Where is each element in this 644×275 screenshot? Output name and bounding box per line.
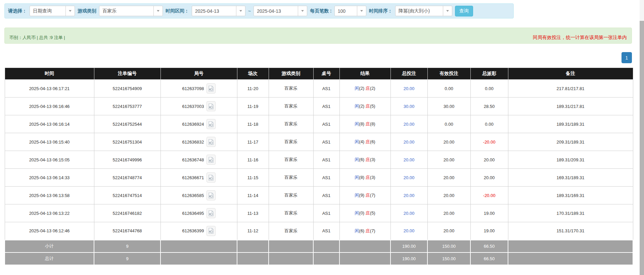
remark-cell: 189.31/169.31 — [508, 187, 633, 204]
total-bet-link[interactable]: 20.00 — [404, 211, 415, 216]
video-replay-button[interactable] — [206, 137, 216, 147]
payout-cell: 0.00 — [470, 115, 508, 133]
search-button[interactable]: 查询 — [455, 6, 473, 16]
total-bet-link[interactable]: 20.00 — [404, 193, 415, 198]
summary-payout-cell: 66.50 — [470, 240, 508, 252]
bet-id-cell: 522416752544 — [94, 115, 160, 133]
summary-row: 小计 9 190.00 150.00 66.50 — [5, 240, 633, 252]
tilde-separator: ~ — [248, 8, 251, 14]
total-bet-cell: 20.00 — [390, 187, 427, 204]
valid-bet-notice: 同局有效投注，统一计算在该局第一张注单内 — [533, 35, 627, 41]
player-label: 闲 — [355, 104, 359, 109]
total-bet-link[interactable]: 20.00 — [404, 140, 415, 145]
header-total-bet: 总投注 — [390, 68, 427, 80]
player-label: 闲 — [355, 86, 359, 91]
total-bet-cell: 20.00 — [390, 133, 427, 151]
select-label: 请选择： — [8, 8, 27, 14]
time-cell: 2025-04-13 06:13:22 — [5, 204, 94, 222]
result-cell: 闲(8) 庄(3) — [339, 169, 390, 187]
bet-id-cell: 522416747514 — [94, 187, 160, 204]
banker-score: (3) — [370, 157, 375, 162]
game-category-cell: 百家乐 — [269, 204, 313, 222]
banker-score: (2) — [370, 86, 375, 91]
round-id-value: 612636671 — [182, 175, 204, 180]
round-id-cell: 612636399 — [160, 222, 237, 240]
page-size-select[interactable]: 100 — [334, 6, 366, 16]
payout-cell: 20.00 — [470, 169, 508, 187]
bet-id-cell: 522416753777 — [94, 97, 160, 115]
banker-score: (8) — [370, 121, 375, 126]
total-bet-link[interactable]: 20.00 — [404, 175, 415, 180]
remark-cell: 169.31/189.31 — [508, 169, 633, 187]
table-row: 2025-04-13 06:16:14 522416752544 6126369… — [5, 115, 633, 133]
video-replay-button[interactable] — [206, 226, 216, 236]
query-type-value: 日期查询 — [30, 6, 65, 16]
scrollbar-thumb[interactable] — [640, 21, 644, 275]
table-no-cell: AS1 — [313, 115, 339, 133]
time-cell: 2025-04-13 06:15:05 — [5, 151, 94, 169]
chevron-down-icon — [443, 6, 452, 16]
bet-id-cell: 522416749996 — [94, 151, 160, 169]
game-category-value: 百家乐 — [99, 6, 153, 16]
video-replay-button[interactable] — [206, 190, 216, 200]
valid-bet-cell: 20.00 — [427, 222, 470, 240]
date-from-value: 2025-04-13 — [192, 6, 236, 16]
vertical-scrollbar[interactable] — [640, 0, 644, 275]
video-replay-button[interactable] — [206, 155, 216, 165]
total-bet-link[interactable]: 20.00 — [404, 122, 415, 127]
valid-bet-cell: 20.00 — [427, 151, 470, 169]
video-replay-button[interactable] — [206, 172, 216, 183]
header-round-id: 局号 — [160, 68, 237, 80]
remark-cell: 189.31/209.31 — [508, 151, 633, 169]
payout-cell: 19.00 — [470, 222, 508, 240]
query-type-select[interactable]: 日期查询 — [30, 6, 75, 16]
total-bet-link[interactable]: 20.00 — [404, 86, 415, 91]
header-time: 时间 — [5, 68, 94, 80]
banker-label: 庄 — [366, 228, 370, 233]
date-to-value: 2025-04-13 — [254, 6, 298, 16]
player-label: 闲 — [355, 175, 359, 180]
video-icon — [208, 103, 214, 110]
payout-cell: -20.00 — [470, 187, 508, 204]
video-replay-button[interactable] — [206, 208, 216, 218]
date-from-select[interactable]: 2025-04-13 — [192, 6, 245, 16]
total-bet-link[interactable]: 20.00 — [404, 157, 415, 162]
round-id-value: 612637003 — [182, 104, 204, 109]
summary-count-cell: 9 — [94, 240, 160, 252]
table-no-cell: AS1 — [313, 97, 339, 115]
summary-label-cell: 总计 — [5, 252, 94, 265]
table-row: 2025-04-13 06:12:46 522416744768 6126363… — [5, 222, 633, 240]
round-id-value: 612636495 — [182, 211, 204, 216]
session-cell: 11-20 — [237, 80, 269, 97]
time-range-label: 时间区间： — [166, 8, 189, 14]
summary-valid-bet-cell: 150.00 — [427, 240, 470, 252]
game-category-select[interactable]: 百家乐 — [99, 6, 163, 16]
remark-cell: 189.31/217.81 — [508, 97, 633, 115]
video-replay-button[interactable] — [206, 83, 216, 93]
table-no-cell: AS1 — [313, 222, 339, 240]
valid-bet-cell: 20.00 — [427, 133, 470, 151]
round-id-cell: 612636495 — [160, 204, 237, 222]
video-icon — [208, 85, 214, 92]
chevron-down-icon — [357, 6, 366, 16]
player-score: (6) — [359, 157, 364, 162]
round-id-value: 612636399 — [182, 228, 204, 233]
currency-total-text: 币别：人民币 | 总共 :9 注单 | — [9, 35, 65, 41]
total-bet-link[interactable]: 20.00 — [404, 228, 415, 233]
game-category-cell: 百家乐 — [269, 222, 313, 240]
video-replay-button[interactable] — [206, 119, 216, 129]
bet-id-cell: 522416744768 — [94, 222, 160, 240]
page-size-label: 每页笔数 : — [310, 8, 332, 14]
banker-score: (3) — [370, 175, 375, 180]
video-replay-button[interactable] — [206, 101, 216, 111]
header-bet-id: 注单编号 — [94, 68, 160, 80]
player-label: 闲 — [355, 193, 359, 198]
date-to-select[interactable]: 2025-04-13 — [254, 6, 307, 16]
round-id-value: 612636924 — [182, 122, 204, 127]
banker-score: (5) — [370, 210, 375, 215]
player-score: (9) — [359, 193, 364, 198]
total-bet-link[interactable]: 30.00 — [404, 104, 415, 109]
page-1-button[interactable]: 1 — [622, 52, 632, 63]
sort-select[interactable]: 降冪(由大到小) — [395, 6, 452, 16]
player-score: (8) — [359, 121, 364, 126]
